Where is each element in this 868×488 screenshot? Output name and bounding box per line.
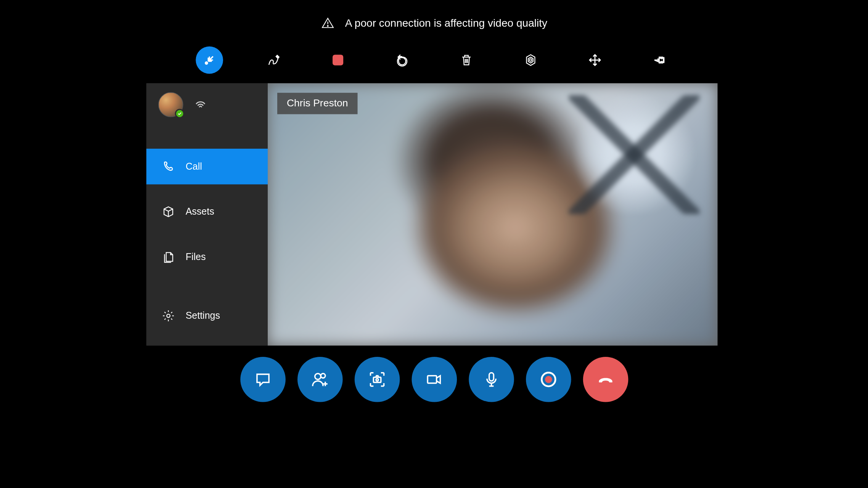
warning-icon [321,17,334,30]
files-icon [161,250,176,263]
expand-button[interactable] [581,47,609,74]
call-controls [0,357,868,402]
draw-button[interactable] [260,47,288,74]
sidebar-item-label: Files [186,252,206,262]
box-icon [161,205,176,218]
svg-point-7 [167,314,170,318]
sidebar-item-label: Call [186,161,202,172]
presence-available-icon [175,109,185,118]
video-icon [425,371,443,388]
gear-icon [161,309,176,322]
wifi-icon [194,97,207,112]
video-toggle-button[interactable] [412,357,457,402]
delete-button[interactable] [453,47,480,74]
pin-button[interactable] [646,47,673,74]
record-button[interactable] [526,357,571,402]
svg-point-2 [206,62,208,64]
hangup-icon [597,371,615,388]
add-participant-button[interactable] [297,357,343,402]
phone-icon [161,160,176,173]
stop-square-icon [333,55,343,66]
sidebar-item-settings[interactable]: Settings [146,298,268,334]
sidebar-item-assets[interactable]: Assets [146,194,268,230]
avatar[interactable] [158,92,183,117]
video-panel: Chris Preston [268,83,717,345]
svg-point-8 [315,374,321,380]
microphone-button[interactable] [469,357,514,402]
participant-name-tag: Chris Preston [277,93,358,114]
sidebar-header [146,83,268,126]
chat-icon [254,371,272,388]
screenshot-button[interactable] [355,357,400,402]
warning-text: A poor connection is affecting video qua… [345,17,547,29]
add-person-icon [311,371,329,388]
sidebar-item-label: Settings [186,310,220,321]
connection-warning-bar: A poor connection is affecting video qua… [0,17,868,30]
svg-rect-13 [489,373,494,381]
svg-point-1 [327,26,328,26]
collapse-button[interactable] [196,47,223,74]
microphone-icon [482,371,500,388]
svg-point-6 [529,59,532,61]
camera-capture-icon [368,371,386,388]
svg-point-11 [376,379,378,381]
sidebar-item-files[interactable]: Files [146,239,268,275]
undo-button[interactable] [389,47,416,74]
sidebar-nav: Call Assets [146,149,268,345]
hexagon-settings-button[interactable] [517,47,545,74]
record-icon [541,372,556,387]
sidebar-item-call[interactable]: Call [146,149,268,185]
hangup-button[interactable] [583,357,628,402]
stop-button[interactable] [324,47,352,74]
sidebar: Call Assets [146,83,268,345]
svg-point-9 [321,374,325,378]
sidebar-item-label: Assets [186,206,214,217]
main-area: Call Assets [146,83,718,345]
chat-button[interactable] [240,357,286,402]
participant-name: Chris Preston [287,98,348,109]
svg-rect-12 [428,376,436,384]
top-toolbar [0,47,868,74]
